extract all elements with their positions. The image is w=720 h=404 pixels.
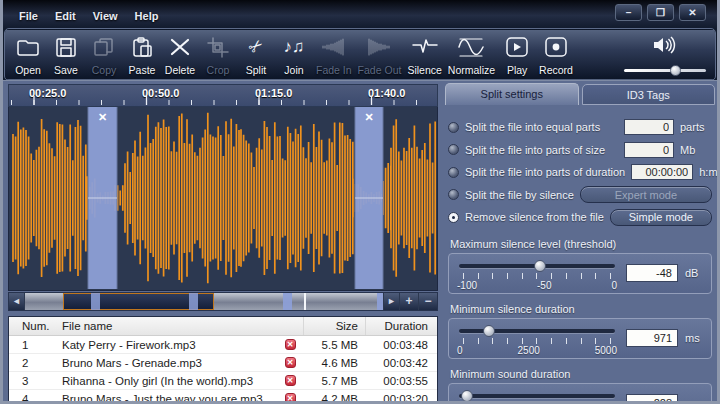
table-row[interactable]: 1 Katy Perry - Firework.mp3 ✕ 5.5 MB 00:… bbox=[9, 336, 437, 354]
minus-icon: − bbox=[424, 294, 431, 308]
row-duration: 00:03:20 bbox=[365, 393, 437, 404]
record-button[interactable]: Record bbox=[536, 32, 576, 77]
option-unit: h:m:s bbox=[699, 166, 720, 178]
minimize-icon: – bbox=[626, 7, 632, 18]
play-button[interactable]: Play bbox=[498, 32, 536, 77]
min-silence-value-input[interactable] bbox=[626, 329, 678, 347]
copy-pages-icon bbox=[91, 34, 117, 59]
titlebar: File Edit View Help – ❐ ✕ bbox=[0, 0, 720, 28]
open-button[interactable]: Open bbox=[9, 32, 47, 77]
zoom-out-button[interactable]: − bbox=[418, 293, 437, 310]
maximize-button[interactable]: ❐ bbox=[647, 4, 674, 21]
option-remove-silence: Remove silence from the file Simple mode bbox=[448, 206, 712, 229]
option-label: Remove silence from the file bbox=[465, 211, 604, 223]
toolbar-label: Fade In bbox=[316, 64, 352, 76]
save-button[interactable]: Save bbox=[47, 32, 85, 77]
radio-selected-icon[interactable] bbox=[448, 212, 459, 223]
radio-icon[interactable] bbox=[448, 122, 459, 133]
threshold-group: Maximum silence level (threshold) -100-5… bbox=[448, 238, 712, 294]
part-size-input[interactable] bbox=[624, 142, 674, 158]
expert-mode-button[interactable]: Expert mode bbox=[580, 186, 712, 203]
part-duration-input[interactable] bbox=[631, 164, 693, 180]
slider-thumb[interactable] bbox=[483, 325, 495, 337]
option-unit: Mb bbox=[680, 144, 712, 156]
crop-frame-icon bbox=[205, 34, 231, 59]
option-split-by-silence: Split the file by silence Expert mode bbox=[448, 184, 712, 207]
app-window: File Edit View Help – ❐ ✕ Open Save Copy… bbox=[0, 0, 720, 404]
copy-button[interactable]: Copy bbox=[85, 32, 123, 77]
delete-button[interactable]: Delete bbox=[161, 32, 199, 77]
tab-split-settings[interactable]: Split settings bbox=[445, 83, 579, 105]
min-sound-slider[interactable] bbox=[455, 390, 619, 404]
silence-button[interactable]: Silence bbox=[404, 32, 444, 77]
join-button[interactable]: ♪♫ Join bbox=[275, 32, 313, 77]
table-row[interactable]: 2 Bruno Mars - Grenade.mp3 ✕ 4.6 MB 00:0… bbox=[9, 354, 437, 372]
slider-thumb[interactable] bbox=[461, 390, 473, 402]
fade-out-button[interactable]: Fade Out bbox=[355, 32, 405, 77]
row-size: 5.7 MB bbox=[303, 375, 365, 387]
slider-thumb[interactable] bbox=[534, 260, 546, 272]
menu-file[interactable]: File bbox=[19, 10, 38, 22]
volume-slider-thumb[interactable] bbox=[670, 65, 681, 76]
zoom-in-button[interactable]: + bbox=[399, 293, 418, 310]
close-button[interactable]: ✕ bbox=[679, 4, 706, 21]
header-duration: Duration bbox=[365, 317, 437, 335]
play-icon bbox=[504, 34, 530, 59]
table-row[interactable]: 3 Rihanna - Only girl (In the world).mp3… bbox=[9, 372, 437, 390]
fade-in-button[interactable]: Fade In bbox=[313, 32, 355, 77]
toolbar-label: Silence bbox=[407, 64, 441, 76]
min-silence-slider[interactable]: 025005000 bbox=[455, 325, 619, 359]
crop-button[interactable]: Crop bbox=[199, 32, 237, 77]
threshold-slider[interactable]: -100-500 bbox=[455, 260, 619, 294]
radio-icon[interactable] bbox=[448, 144, 459, 155]
band-close-icon[interactable]: ✕ bbox=[364, 111, 373, 123]
simple-mode-button[interactable]: Simple mode bbox=[610, 209, 712, 226]
threshold-value-input[interactable] bbox=[626, 264, 678, 282]
menu-view[interactable]: View bbox=[93, 10, 118, 22]
row-file-name: Bruno Mars - Just the way you are.mp3 bbox=[53, 393, 277, 404]
content-area: 00:25.0 00:50.0 01:15.0 01:40.0 ✕✕ ◄ ► +… bbox=[3, 80, 717, 404]
remove-file-icon[interactable]: ✕ bbox=[285, 339, 296, 350]
group-label: Minimum silence duration bbox=[450, 303, 712, 315]
waveform-area[interactable]: ✕✕ bbox=[8, 107, 438, 291]
scroll-right-button[interactable]: ► bbox=[383, 293, 399, 310]
close-icon: ✕ bbox=[688, 7, 696, 18]
radio-icon[interactable] bbox=[448, 167, 459, 178]
radio-icon[interactable] bbox=[448, 189, 459, 200]
timeline-ticks bbox=[9, 84, 437, 106]
tab-id3-tags[interactable]: ID3 Tags bbox=[582, 84, 716, 105]
remove-file-icon[interactable]: ✕ bbox=[285, 375, 296, 386]
paste-button[interactable]: Paste bbox=[123, 32, 161, 77]
row-size: 4.2 MB bbox=[303, 393, 365, 404]
fade-in-wave-icon bbox=[321, 34, 347, 59]
normalize-button[interactable]: Normalize bbox=[445, 32, 498, 77]
row-size: 4.6 MB bbox=[303, 357, 365, 369]
group-unit: ms bbox=[685, 397, 705, 404]
row-duration: 00:03:42 bbox=[365, 357, 437, 369]
volume-slider[interactable] bbox=[624, 69, 706, 72]
equal-parts-input[interactable] bbox=[624, 119, 674, 135]
settings-panel: Split settings ID3 Tags Split the file i… bbox=[443, 83, 717, 404]
waveform-svg: ✕✕ bbox=[9, 107, 437, 289]
scroll-left-button[interactable]: ◄ bbox=[9, 293, 25, 310]
slider-track[interactable] bbox=[459, 329, 615, 333]
min-sound-value-input[interactable] bbox=[626, 394, 678, 404]
nav-track[interactable] bbox=[25, 293, 383, 310]
slider-track[interactable] bbox=[459, 394, 615, 398]
slider-scale: 025005000 bbox=[457, 345, 617, 356]
slider-track[interactable] bbox=[459, 264, 615, 268]
music-notes-join-icon: ♪♫ bbox=[283, 34, 304, 59]
band-close-icon[interactable]: ✕ bbox=[98, 111, 107, 123]
minimize-button[interactable]: – bbox=[615, 4, 642, 21]
timeline-ruler[interactable]: 00:25.0 00:50.0 01:15.0 01:40.0 bbox=[8, 84, 438, 107]
remove-file-icon[interactable]: ✕ bbox=[285, 393, 296, 404]
menu-help[interactable]: Help bbox=[135, 10, 159, 22]
table-row[interactable]: 4 Bruno Mars - Just the way you are.mp3 … bbox=[9, 390, 437, 404]
menu-edit[interactable]: Edit bbox=[55, 10, 76, 22]
toolbar: Open Save Copy Paste Delete Crop ✂ Split… bbox=[5, 29, 715, 80]
silence-pulse-icon bbox=[412, 34, 438, 59]
record-icon bbox=[543, 34, 569, 59]
row-file-name: Katy Perry - Firework.mp3 bbox=[53, 339, 277, 351]
split-button[interactable]: ✂ Split bbox=[237, 32, 275, 77]
remove-file-icon[interactable]: ✕ bbox=[285, 357, 296, 368]
